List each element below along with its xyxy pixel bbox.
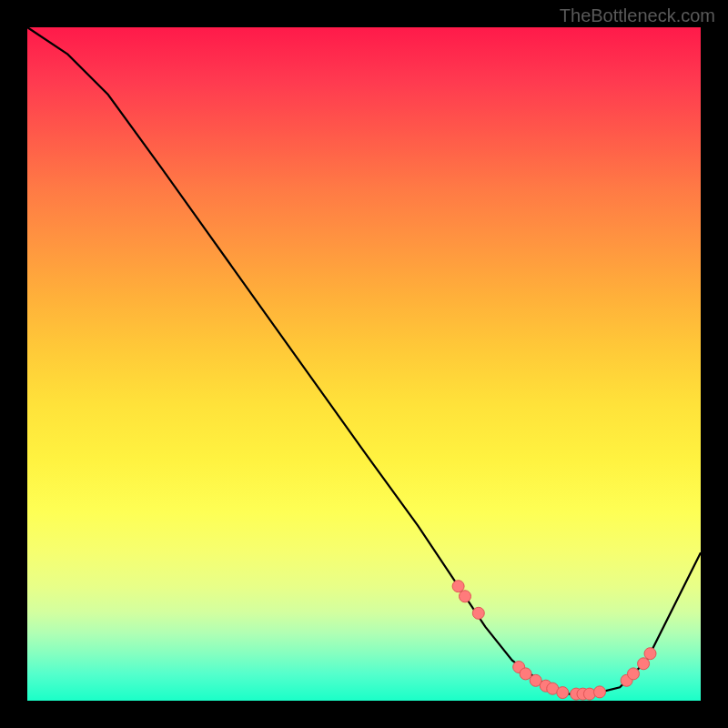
watermark-text: TheBottleneck.com — [560, 5, 715, 26]
marker-group — [452, 581, 656, 700]
data-marker — [460, 591, 471, 602]
data-marker — [452, 581, 464, 592]
data-marker — [628, 668, 640, 680]
data-marker — [520, 668, 531, 680]
data-marker — [557, 687, 569, 699]
data-marker — [638, 658, 650, 670]
chart-plot-area — [27, 27, 701, 701]
chart-svg — [27, 27, 701, 701]
data-marker — [594, 686, 606, 698]
data-marker — [644, 648, 656, 660]
data-marker — [472, 607, 484, 619]
bottleneck-curve — [27, 27, 701, 694]
